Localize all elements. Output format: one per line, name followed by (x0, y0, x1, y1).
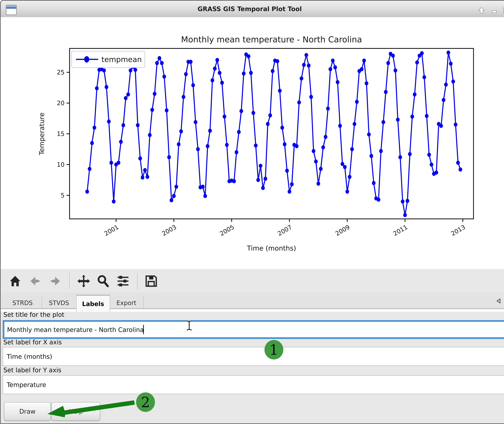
data-point (442, 98, 445, 102)
data-point (211, 78, 214, 82)
window-frame: GRASS GIS Temporal Plot Tool (0, 0, 504, 424)
data-point (146, 175, 149, 179)
maximize-icon (503, 6, 504, 14)
data-point (430, 162, 433, 167)
title-field-label: Set title for the plot (3, 311, 64, 318)
data-point (386, 61, 390, 65)
tab-labels[interactable]: Labels (76, 295, 110, 312)
triangle-left-icon (496, 298, 502, 304)
annotation-step-1: 1 (264, 340, 283, 359)
annotation-step-1-number: 1 (270, 342, 278, 358)
toolbar-separator (137, 273, 137, 289)
data-point (341, 162, 344, 166)
annotation-step-2: 2 (136, 393, 155, 412)
data-point (451, 80, 455, 84)
data-point (333, 65, 337, 69)
data-point (420, 51, 424, 55)
minimize-button[interactable] (490, 6, 499, 14)
data-point (85, 190, 89, 194)
data-point (107, 119, 111, 124)
data-point (288, 190, 291, 194)
chart-xlabel: Time (months) (247, 244, 296, 252)
y-axis-label-input[interactable] (3, 375, 504, 394)
data-point (110, 161, 113, 165)
home-button[interactable] (7, 273, 23, 289)
data-point (377, 198, 380, 202)
x-tick-label: 2003 (161, 223, 178, 237)
forward-button[interactable] (47, 273, 63, 289)
data-point (302, 63, 306, 67)
data-point (170, 198, 173, 202)
chart-canvas[interactable]: 5101520252001200320052007200920112013tem… (0, 17, 504, 269)
data-point (153, 92, 156, 96)
data-point (324, 135, 327, 139)
data-point (172, 194, 176, 198)
data-point (353, 122, 356, 126)
tab-scroll-left-button[interactable] (495, 297, 502, 305)
data-point (372, 181, 375, 185)
window-menu-icon[interactable] (6, 5, 17, 15)
data-point (295, 144, 298, 148)
data-point (365, 81, 368, 85)
data-point (300, 76, 303, 81)
zoom-button[interactable] (95, 273, 111, 289)
data-point (401, 200, 404, 204)
pan-move-icon (77, 274, 90, 288)
forward-arrow-icon (49, 275, 61, 287)
save-button[interactable] (144, 273, 159, 289)
data-point (259, 164, 262, 168)
data-point (307, 63, 311, 68)
data-point (321, 145, 325, 150)
data-point (355, 100, 359, 104)
data-point (203, 194, 207, 198)
data-point (155, 61, 159, 65)
data-point (143, 168, 147, 172)
data-point (350, 147, 354, 151)
data-point (223, 115, 226, 119)
configure-subplots-button[interactable] (115, 273, 131, 289)
data-point (134, 68, 137, 72)
data-point (336, 80, 339, 84)
data-point (283, 142, 287, 146)
data-point (309, 95, 313, 99)
maximize-button[interactable] (502, 6, 504, 14)
x-axis-label-input[interactable] (3, 347, 504, 366)
tab-strds[interactable]: STRDS (3, 297, 42, 308)
data-point (105, 85, 108, 89)
data-point (314, 159, 318, 164)
y-tick-label: 25 (57, 69, 65, 76)
data-point (196, 147, 200, 151)
data-point (232, 179, 236, 183)
data-point (237, 130, 241, 134)
back-button[interactable] (28, 273, 43, 289)
data-point (165, 108, 168, 112)
data-point (88, 167, 92, 171)
data-point (95, 86, 98, 90)
data-point (338, 124, 342, 128)
data-point (252, 111, 255, 115)
data-point (425, 114, 429, 118)
pan-button[interactable] (76, 273, 91, 289)
tab-stvds[interactable]: STVDS (42, 297, 77, 308)
data-point (297, 100, 301, 105)
shade-button[interactable] (477, 6, 486, 14)
data-point (112, 200, 116, 204)
data-point (92, 126, 96, 130)
data-point (162, 75, 166, 79)
data-point (254, 143, 258, 148)
draw-button[interactable]: Draw (4, 402, 51, 421)
plot-title-input[interactable] (3, 320, 504, 339)
toolbar-separator (69, 273, 70, 289)
data-point (182, 95, 185, 99)
data-point (271, 69, 274, 73)
tab-export[interactable]: Export (110, 297, 144, 308)
data-point (213, 67, 217, 71)
help-button[interactable]: Help (51, 402, 100, 421)
data-point (423, 75, 426, 79)
data-point (290, 182, 294, 186)
lower-panel (1, 269, 504, 423)
data-point (206, 144, 209, 148)
titlebar[interactable]: GRASS GIS Temporal Plot Tool (1, 1, 504, 18)
data-point (261, 186, 265, 190)
y-tick-label: 10 (57, 161, 65, 168)
